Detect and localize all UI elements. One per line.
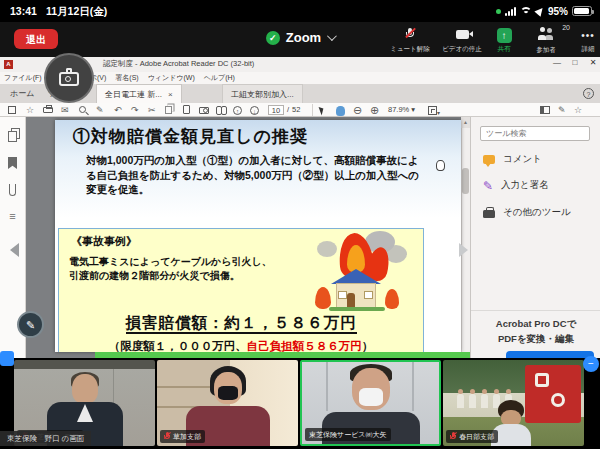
more-button[interactable]: ••• 詳細 [562, 25, 600, 54]
find-binoculars-icon[interactable] [216, 104, 227, 116]
screen: 13:41 11月12日(金) 95% 退出 ✓ Zoom ミュート解除 ビデオ… [0, 0, 600, 449]
zoom-in-icon[interactable]: ⊕ [370, 104, 379, 116]
tools-star-icon[interactable]: ☆ [574, 104, 582, 116]
face-mask-black [218, 386, 238, 400]
sidebar-item-comment[interactable]: コメント [483, 153, 542, 166]
red-sign [525, 365, 581, 423]
doc-tab-active[interactable]: 全日電工連 新...× [96, 84, 182, 103]
verified-shield-icon: ✓ [266, 31, 280, 45]
ellipsis-icon: ••• [581, 28, 595, 43]
page-number-input[interactable]: 10 [268, 105, 284, 115]
cut-icon[interactable]: ✂ [148, 104, 156, 116]
share-region-border [95, 352, 470, 358]
tab-close-icon[interactable]: × [168, 90, 173, 99]
previous-page-icon[interactable]: ↑ [233, 104, 242, 116]
print-icon[interactable] [43, 104, 53, 116]
snapshot-camera-icon[interactable] [199, 104, 209, 116]
participants-icon [538, 27, 554, 40]
ipad-status-bar: 13:41 11月12日(金) 95% [0, 0, 600, 22]
page-thumbnails-icon[interactable] [8, 131, 17, 142]
sign-pen-icon[interactable]: ✎ [96, 104, 104, 116]
menu-sign[interactable]: 署名(S) [115, 73, 138, 83]
window-close-button[interactable]: ✕ [586, 58, 600, 67]
hand-tool-icon[interactable] [336, 104, 345, 116]
window-maximize-button[interactable]: □ [568, 58, 582, 67]
house-roof [331, 269, 381, 284]
zoom-out-icon[interactable]: ⊖ [353, 104, 362, 116]
case-box-title: 《事故事例》 [71, 234, 137, 249]
video-tile-oya-active-speaker[interactable]: 東芝保険サービス㈱大矢 [300, 360, 441, 446]
comment-bubble-icon [483, 155, 495, 164]
select-pointer-icon[interactable] [320, 104, 324, 116]
prev-page-arrow[interactable] [10, 243, 19, 257]
scrollbar-thumb[interactable] [462, 168, 469, 194]
zoom-level-value: 87.9% [388, 105, 409, 114]
layers-icon[interactable]: ≡ [9, 211, 15, 221]
attachments-icon[interactable] [9, 184, 16, 196]
case-example-box: 《事故事例》 電気工事ミスによってケーブルから引火し、 引渡前の建物２階部分が火… [58, 228, 424, 352]
slide-heading: ①対物賠償金額見直しの推奨 [73, 125, 308, 148]
sidebar-item-fill-sign[interactable]: ✎ 入力と署名 [483, 179, 549, 192]
status-icons: 95% [496, 4, 592, 18]
window-title: 認定制度 - Adobe Acrobat Reader DC (32-bit) [103, 59, 254, 69]
video-tile-kasukabe[interactable]: 春日部支部 [443, 360, 584, 446]
mic-off-icon [450, 432, 456, 441]
doc-tab-inactive-label: 工組支部別加入... [231, 90, 294, 99]
scrollbar-track[interactable] [461, 117, 470, 358]
favorite-star-icon[interactable]: ☆ [26, 104, 34, 116]
self-burden-amount: 自己負担額５８６万円 [247, 340, 362, 352]
hand-cursor [436, 160, 445, 171]
screenshot-camera-overlay-button[interactable] [44, 53, 94, 103]
collapse-thumbnails-button[interactable]: − [583, 356, 599, 372]
next-page-arrow[interactable] [459, 243, 468, 257]
menu-file[interactable]: ファイル(F) [4, 73, 42, 83]
sidebar-divider [471, 310, 600, 311]
promo-button-partial[interactable] [506, 351, 594, 358]
search-icon[interactable] [79, 104, 86, 116]
window-minimize-button[interactable]: — [550, 58, 564, 67]
help-icon[interactable]: ? [583, 88, 594, 99]
zoom-level-field[interactable]: 87.9% ▾ [388, 105, 415, 114]
next-page-icon[interactable]: ↓ [250, 104, 259, 116]
fit-page-icon[interactable]: ▾ [428, 104, 440, 116]
save-icon[interactable] [8, 104, 16, 116]
bookmarks-icon[interactable] [8, 157, 17, 169]
menu-help[interactable]: ヘルプ(H) [204, 73, 235, 83]
copy-icon[interactable] [165, 104, 172, 116]
tool-search-input[interactable] [480, 126, 590, 141]
sidebar-item-more-tools[interactable]: その他のツール [483, 206, 571, 219]
zoom-chat-chip-icon[interactable] [0, 351, 14, 366]
undo-icon[interactable]: ↶ [114, 104, 122, 116]
date-label: 11月12日(金) [46, 5, 107, 19]
more-tools-label: その他のツール [503, 206, 571, 219]
annotation-pencil-button[interactable]: ✎ [17, 311, 44, 338]
battery-percent: 95% [548, 6, 568, 17]
doc-tab-inactive[interactable]: 工組支部別加入... [222, 84, 303, 103]
scroll-up-icon[interactable]: ▲ [461, 117, 470, 128]
video-tile-soka[interactable]: 草加支部 [157, 360, 298, 446]
burning-house-illustration [309, 231, 409, 317]
menu-window[interactable]: ウィンドウ(W) [148, 73, 195, 83]
location-arrow-icon [534, 5, 545, 16]
zoom-caret-icon: ▾ [411, 105, 415, 114]
more-label: 詳細 [562, 45, 600, 54]
background [412, 362, 414, 411]
video-camera-icon [456, 30, 469, 39]
panel-toggle-icon[interactable] [540, 104, 550, 116]
chevron-down-icon [327, 31, 337, 41]
redo-icon[interactable]: ↷ [131, 104, 139, 116]
participant-name: 草加支部 [173, 432, 201, 442]
share-screen-icon: ↑ [497, 28, 512, 43]
annotate-pen-icon[interactable]: ✎ [558, 104, 566, 116]
limit-line: （限度額１，０００万円、自己負担額５８６万円） [59, 339, 423, 352]
flame-ground [385, 289, 399, 309]
tab-home[interactable]: ホーム [2, 84, 42, 103]
unmute-button[interactable]: ミュート解除 [384, 25, 436, 54]
acrobat-promo-line1: Acrobat Pro DCで [471, 318, 600, 331]
name-tag: 春日部支部 [446, 430, 498, 443]
case-box-text: 電気工事ミスによってケーブルから引火し、 引渡前の建物２階部分が火災で損傷。 [69, 255, 272, 282]
email-icon[interactable]: ✉ [61, 104, 69, 116]
slide-body-text: 対物1,000万円の加入型（①型）の加入者に対して、高額賠償事故によ る自己負担… [86, 153, 419, 197]
zoom-app-name: Zoom [286, 30, 321, 45]
paste-clipboard-icon[interactable] [183, 104, 190, 116]
